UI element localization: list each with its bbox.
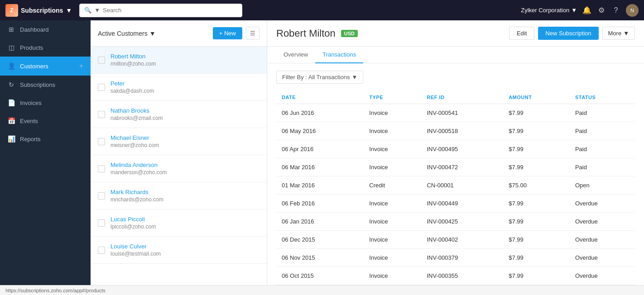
- logo-icon: Z: [5, 4, 18, 17]
- subscriptions-icon: ↻: [7, 81, 15, 88]
- table-header: DATE TYPE REF ID AMOUNT STATUS: [276, 91, 635, 104]
- table-row[interactable]: 06 Mar 2016 Invoice INV-000472 $7.99 Pai…: [276, 158, 635, 176]
- events-icon: 📅: [7, 117, 15, 124]
- customer-email: manderson@zoho.com: [111, 169, 167, 176]
- table-row[interactable]: 06 Dec 2015 Invoice INV-000402 $7.99 Ove…: [276, 231, 635, 249]
- search-bar[interactable]: 🔍 ▼: [79, 4, 242, 17]
- detail-header: Robert Milton USD Edit New Subscription …: [267, 20, 644, 47]
- cell-amount: $7.99: [503, 195, 570, 213]
- cell-type: Invoice: [364, 158, 421, 176]
- customer-list-item[interactable]: Peter sakda@dash.com: [91, 74, 267, 101]
- customer-email: nabrooks@zmail.com: [111, 115, 163, 121]
- cell-amount: $7.99: [503, 122, 570, 140]
- org-selector[interactable]: Zylker Corporation ▼: [521, 7, 577, 14]
- sidebar-item-invoices[interactable]: 📄 Invoices: [0, 94, 91, 112]
- add-customer-icon[interactable]: +: [79, 62, 83, 70]
- edit-button[interactable]: Edit: [509, 27, 534, 40]
- avatar[interactable]: N: [626, 4, 639, 17]
- app-logo[interactable]: Z Subscriptions ▼: [5, 4, 72, 17]
- cell-ref-id: INV-000518: [421, 122, 503, 140]
- table-row[interactable]: 06 Oct 2015 Invoice INV-000355 $7.99 Ove…: [276, 267, 635, 285]
- tab-overview[interactable]: Overview: [276, 47, 315, 63]
- cell-type: Invoice: [364, 104, 421, 122]
- cell-ref-id: INV-000472: [421, 158, 503, 176]
- table-row[interactable]: 06 Jan 2016 Invoice INV-000425 $7.99 Ove…: [276, 213, 635, 231]
- table-row[interactable]: 06 Feb 2016 Invoice INV-000449 $7.99 Ove…: [276, 195, 635, 213]
- table-row[interactable]: 06 May 2016 Invoice INV-000518 $7.99 Pai…: [276, 122, 635, 140]
- customer-checkbox[interactable]: [98, 219, 105, 227]
- cell-status: Overdue: [570, 195, 635, 213]
- customer-checkbox[interactable]: [98, 111, 105, 118]
- table-row[interactable]: 01 Mar 2016 Credit CN-00001 $75.00 Open: [276, 176, 635, 195]
- cell-date: 06 Apr 2016: [276, 140, 364, 158]
- col-date: DATE: [276, 91, 364, 104]
- customer-checkbox[interactable]: [98, 165, 105, 172]
- customer-list-item[interactable]: Melinda Anderson manderson@zoho.com: [91, 155, 267, 182]
- customer-list-item[interactable]: Louise Culver louise@testmail.com: [91, 237, 267, 264]
- dashboard-icon: ⊞: [7, 26, 15, 33]
- cell-ref-id: INV-000449: [421, 195, 503, 213]
- notification-icon[interactable]: 🔔: [582, 6, 591, 15]
- cell-date: 06 Jan 2016: [276, 213, 364, 231]
- customer-list: Robert Milton rmilton@zoho.com Peter sak…: [91, 47, 267, 285]
- customer-list-item[interactable]: Mark Richards mrichards@zoho.com: [91, 182, 267, 209]
- customer-checkbox[interactable]: [98, 57, 105, 64]
- filter-chevron-icon: ▼: [352, 74, 358, 81]
- customer-checkbox[interactable]: [98, 138, 105, 145]
- table-row[interactable]: 06 Nov 2015 Invoice INV-000379 $7.99 Ove…: [276, 249, 635, 267]
- search-icon: 🔍: [84, 7, 91, 14]
- customer-name: Mark Richards: [111, 189, 163, 195]
- cell-date: 06 Feb 2016: [276, 195, 364, 213]
- customer-detail-name: Robert Milton: [276, 28, 336, 39]
- cell-ref-id: INV-000402: [421, 231, 503, 249]
- cell-ref-id: INV-000355: [421, 267, 503, 285]
- customer-email: meisner@zoho.com: [111, 142, 159, 148]
- customer-list-item[interactable]: Nathan Brooks nabrooks@zmail.com: [91, 101, 267, 128]
- products-icon: ◫: [7, 44, 15, 51]
- sidebar-item-events[interactable]: 📅 Events: [0, 112, 91, 130]
- cell-amount: $7.99: [503, 140, 570, 158]
- customer-checkbox[interactable]: [98, 84, 105, 91]
- customer-info: Michael Eisner meisner@zoho.com: [111, 134, 159, 148]
- new-subscription-button[interactable]: New Subscription: [538, 27, 598, 40]
- help-icon[interactable]: ?: [611, 6, 620, 15]
- customer-email: lpiccoli@zoho.com: [111, 224, 156, 230]
- cell-type: Invoice: [364, 122, 421, 140]
- customer-email: mrichards@zoho.com: [111, 196, 163, 203]
- filter-button[interactable]: Filter By : All Transactions ▼: [276, 71, 363, 84]
- customer-info: Mark Richards mrichards@zoho.com: [111, 189, 163, 203]
- tab-transactions-label: Transactions: [322, 51, 356, 58]
- filter-bar: Filter By : All Transactions ▼: [276, 71, 635, 84]
- sidebar-item-reports[interactable]: 📊 Reports: [0, 130, 91, 148]
- cell-amount: $7.99: [503, 249, 570, 267]
- app-name: Subscriptions: [21, 7, 63, 14]
- customer-name: Peter: [111, 80, 154, 87]
- customer-checkbox[interactable]: [98, 192, 105, 200]
- new-customer-button[interactable]: + New: [213, 27, 242, 39]
- search-input[interactable]: [103, 7, 237, 14]
- sidebar-item-dashboard[interactable]: ⊞ Dashboard: [0, 20, 91, 38]
- customer-list-item[interactable]: Michael Eisner meisner@zoho.com: [91, 128, 267, 155]
- customer-info: Lucas Piccoli lpiccoli@zoho.com: [111, 216, 156, 230]
- filter-label: Filter By : All Transactions: [282, 74, 350, 81]
- sidebar: ⊞ Dashboard ◫ Products 👤 Customers + ↻ S…: [0, 20, 91, 285]
- customer-panel-title[interactable]: Active Customers ▼: [98, 30, 156, 37]
- customer-list-item[interactable]: Robert Milton rmilton@zoho.com: [91, 47, 267, 74]
- settings-icon[interactable]: ⚙: [597, 6, 606, 15]
- more-button[interactable]: More ▼: [602, 27, 635, 40]
- table-row[interactable]: 06 Apr 2016 Invoice INV-000495 $7.99 Pai…: [276, 140, 635, 158]
- list-view-button[interactable]: ☰: [246, 27, 260, 40]
- transactions-area: Filter By : All Transactions ▼ DATE TYPE…: [267, 63, 644, 285]
- table-row[interactable]: 06 Jun 2016 Invoice INV-000541 $7.99 Pai…: [276, 104, 635, 122]
- sidebar-item-subscriptions[interactable]: ↻ Subscriptions: [0, 76, 91, 94]
- tab-transactions[interactable]: Transactions: [315, 47, 363, 63]
- customer-list-item[interactable]: Lucas Piccoli lpiccoli@zoho.com: [91, 209, 267, 237]
- more-label: More: [608, 30, 622, 37]
- customer-name: Nathan Brooks: [111, 107, 163, 114]
- invoices-icon: 📄: [7, 99, 15, 106]
- sidebar-item-products[interactable]: ◫ Products: [0, 38, 91, 57]
- cell-ref-id: INV-000425: [421, 213, 503, 231]
- sidebar-item-customers[interactable]: 👤 Customers +: [0, 57, 91, 76]
- customer-checkbox[interactable]: [98, 247, 105, 254]
- cell-date: 06 Dec 2015: [276, 231, 364, 249]
